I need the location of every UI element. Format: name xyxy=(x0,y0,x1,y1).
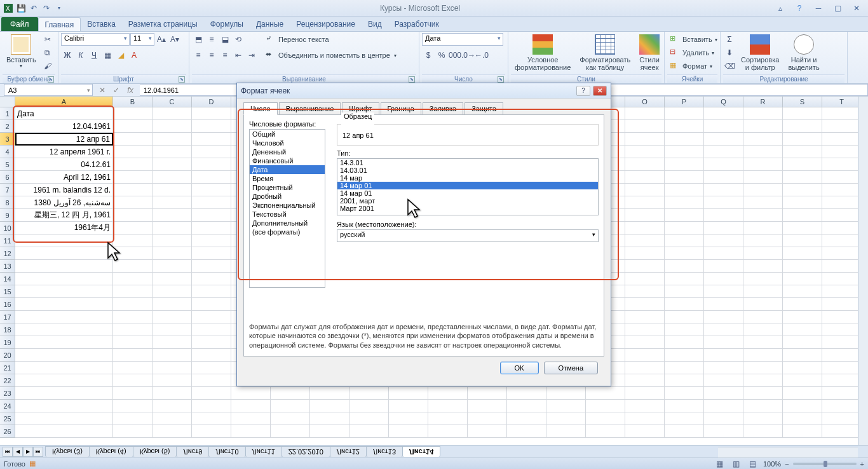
cell-Q5[interactable] xyxy=(704,158,743,171)
cell-C13[interactable] xyxy=(153,260,192,273)
cell-F25[interactable] xyxy=(271,412,310,425)
cell-R14[interactable] xyxy=(743,273,783,285)
cell-C15[interactable] xyxy=(153,285,192,298)
cell-O24[interactable] xyxy=(625,400,665,412)
cell-S8[interactable] xyxy=(783,196,822,209)
tab-home[interactable]: Главная xyxy=(38,17,81,31)
row-header-17[interactable]: 17 xyxy=(0,311,15,323)
col-header-R[interactable]: R xyxy=(743,97,783,107)
cell-T22[interactable] xyxy=(822,374,862,387)
cell-R7[interactable] xyxy=(743,184,783,196)
cell-J26[interactable] xyxy=(428,425,468,438)
cell-S14[interactable] xyxy=(783,273,822,285)
merge-center-button[interactable]: ⬌Объединить и поместить в центре▾ xyxy=(263,49,399,62)
cell-D12[interactable] xyxy=(192,247,231,260)
cell-N24[interactable] xyxy=(586,400,625,412)
sheet-tab[interactable]: Лист11 xyxy=(245,446,282,457)
cell-S22[interactable] xyxy=(783,374,822,387)
type-item[interactable]: 14.3.01 xyxy=(337,159,598,167)
cancel-button[interactable]: Отмена xyxy=(544,362,598,374)
sheet-tab[interactable]: Лист13 xyxy=(366,446,403,457)
cell-C18[interactable] xyxy=(153,323,192,336)
cell-T19[interactable] xyxy=(822,336,862,349)
cell-B25[interactable] xyxy=(113,412,153,425)
cell-B3[interactable] xyxy=(113,133,153,146)
cell-Q17[interactable] xyxy=(704,311,743,323)
cell-R12[interactable] xyxy=(743,247,783,260)
cell-O9[interactable] xyxy=(625,209,665,222)
cell-F23[interactable] xyxy=(271,387,310,400)
cell-D4[interactable] xyxy=(192,146,231,158)
cell-B10[interactable] xyxy=(113,222,153,234)
cell-S23[interactable] xyxy=(783,387,822,400)
italic-icon[interactable]: К xyxy=(74,49,87,62)
cell-R17[interactable] xyxy=(743,311,783,323)
cell-I25[interactable] xyxy=(389,412,428,425)
cell-R20[interactable] xyxy=(743,349,783,362)
cell-Q9[interactable] xyxy=(704,209,743,222)
cell-O16[interactable] xyxy=(625,298,665,311)
cell-P21[interactable] xyxy=(665,362,704,374)
cell-A19[interactable] xyxy=(15,336,113,349)
bold-icon[interactable]: Ж xyxy=(61,49,74,62)
cell-A13[interactable] xyxy=(15,260,113,273)
comma-icon[interactable]: 000 xyxy=(449,49,461,62)
sheet-nav-next[interactable]: ▶ xyxy=(23,447,33,457)
dialog-tab[interactable]: Граница xyxy=(381,102,421,115)
cell-O18[interactable] xyxy=(625,323,665,336)
cell-A4[interactable]: 12 апреля 1961 г. xyxy=(15,146,113,158)
cell-C11[interactable] xyxy=(153,234,192,247)
align-right-icon[interactable]: ≡ xyxy=(219,49,231,62)
cell-T10[interactable] xyxy=(822,222,862,234)
cell-O5[interactable] xyxy=(625,158,665,171)
cell-C24[interactable] xyxy=(153,400,192,412)
cell-O25[interactable] xyxy=(625,412,665,425)
cell-O1[interactable] xyxy=(625,107,665,120)
cell-T11[interactable] xyxy=(822,234,862,247)
cond-format-button[interactable]: Условное форматирование xyxy=(511,33,574,72)
cell-B7[interactable] xyxy=(113,184,153,196)
cell-P8[interactable] xyxy=(665,196,704,209)
dialog-tab[interactable]: Защита xyxy=(465,102,503,115)
cell-G25[interactable] xyxy=(310,412,349,425)
cell-E24[interactable] xyxy=(231,400,271,412)
cell-D15[interactable] xyxy=(192,285,231,298)
col-header-O[interactable]: O xyxy=(625,97,665,107)
cell-T7[interactable] xyxy=(822,184,862,196)
cell-Q13[interactable] xyxy=(704,260,743,273)
row-header-5[interactable]: 5 xyxy=(0,158,15,171)
cell-P1[interactable] xyxy=(665,107,704,120)
clear-icon[interactable]: ⌫ xyxy=(723,60,736,72)
cell-C17[interactable] xyxy=(153,311,192,323)
cell-L23[interactable] xyxy=(507,387,546,400)
cell-C5[interactable] xyxy=(153,158,192,171)
row-header-26[interactable]: 26 xyxy=(0,425,15,438)
cell-Q24[interactable] xyxy=(704,400,743,412)
cell-A6[interactable]: April 12, 1961 xyxy=(15,171,113,184)
cell-R15[interactable] xyxy=(743,285,783,298)
cell-D17[interactable] xyxy=(192,311,231,323)
sheet-tab[interactable]: Лист10 xyxy=(208,446,245,457)
vertical-scrollbar[interactable] xyxy=(858,97,868,449)
border-icon[interactable]: ▦ xyxy=(101,49,114,62)
cell-Q3[interactable] xyxy=(704,133,743,146)
cell-R10[interactable] xyxy=(743,222,783,234)
row-header-20[interactable]: 20 xyxy=(0,349,15,362)
cell-D21[interactable] xyxy=(192,362,231,374)
cell-P4[interactable] xyxy=(665,146,704,158)
cell-B14[interactable] xyxy=(113,273,153,285)
cell-O20[interactable] xyxy=(625,349,665,362)
category-item[interactable]: Финансовый xyxy=(250,156,325,165)
cell-C8[interactable] xyxy=(153,196,192,209)
cell-P11[interactable] xyxy=(665,234,704,247)
cell-C26[interactable] xyxy=(153,425,192,438)
tab-review[interactable]: Рецензирование xyxy=(290,17,362,31)
cell-O26[interactable] xyxy=(625,425,665,438)
percent-icon[interactable]: % xyxy=(435,49,448,62)
cell-O4[interactable] xyxy=(625,146,665,158)
row-header-23[interactable]: 23 xyxy=(0,387,15,400)
cell-P3[interactable] xyxy=(665,133,704,146)
cell-Q18[interactable] xyxy=(704,323,743,336)
cell-A14[interactable] xyxy=(15,273,113,285)
cell-A8[interactable]: سه‌شنبه, 26 آوریل 1380 xyxy=(15,196,113,209)
